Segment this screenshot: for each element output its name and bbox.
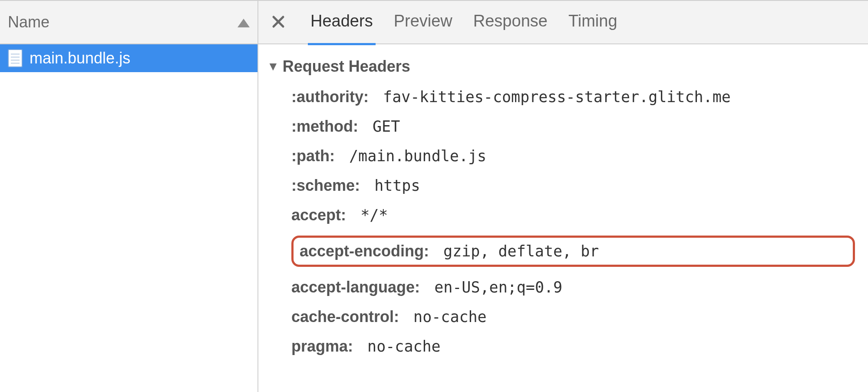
header-key: accept: — [291, 206, 346, 224]
header-value: no-cache — [404, 308, 487, 326]
file-icon — [8, 49, 23, 67]
header-row: :method: GET — [291, 117, 855, 136]
request-row[interactable]: main.bundle.js — [0, 44, 257, 72]
request-headers-section-toggle[interactable]: ▼ Request Headers — [267, 57, 855, 76]
header-value: en-US,en;q=0.9 — [425, 279, 562, 296]
close-icon[interactable] — [267, 13, 290, 31]
tab-timing[interactable]: Timing — [568, 12, 617, 33]
devtools-network-panel: Name main.bundle.js Headers Preview Resp… — [0, 0, 868, 392]
header-key: pragma: — [291, 337, 353, 355]
request-filename: main.bundle.js — [30, 49, 130, 67]
request-headers-list: :authority: fav-kitties-compress-starter… — [267, 88, 855, 355]
header-row: :path: /main.bundle.js — [291, 147, 855, 165]
header-key: :path: — [291, 147, 335, 165]
header-row: :scheme: https — [291, 176, 855, 195]
header-row: accept-language: en-US,en;q=0.9 — [291, 278, 855, 296]
tab-response[interactable]: Response — [473, 12, 548, 33]
header-value: fav-kitties-compress-starter.glitch.me — [374, 88, 731, 106]
header-value: no-cache — [358, 338, 441, 355]
header-value: /main.bundle.js — [340, 147, 486, 165]
header-value: https — [365, 177, 420, 194]
svg-marker-0 — [238, 19, 250, 27]
headers-content: ▼ Request Headers :authority: fav-kittie… — [258, 44, 868, 369]
highlighted-header: accept-encoding: gzip, deflate, br — [291, 236, 855, 267]
header-row: pragma: no-cache — [291, 337, 855, 355]
tab-preview[interactable]: Preview — [394, 12, 452, 33]
header-value: GET — [363, 118, 400, 135]
request-list-sidebar: Name main.bundle.js — [0, 1, 258, 392]
header-key: :scheme: — [291, 176, 360, 195]
header-row: cache-control: no-cache — [291, 308, 855, 326]
header-key: cache-control: — [291, 308, 399, 326]
header-row: accept-encoding: gzip, deflate, br — [300, 242, 599, 260]
header-key: :authority: — [291, 88, 369, 106]
header-key: :method: — [291, 117, 358, 136]
header-value: */* — [351, 206, 388, 224]
header-row: accept: */* — [291, 206, 855, 224]
header-value: gzip, deflate, br — [434, 243, 599, 260]
column-header-row[interactable]: Name — [0, 1, 257, 44]
details-panel: Headers Preview Response Timing ▼ Reques… — [258, 1, 868, 392]
header-row: :authority: fav-kitties-compress-starter… — [291, 88, 855, 106]
details-tabbar: Headers Preview Response Timing — [258, 1, 868, 44]
chevron-down-icon: ▼ — [267, 60, 279, 73]
header-key: accept-encoding: — [300, 242, 429, 260]
tab-headers[interactable]: Headers — [310, 12, 373, 33]
column-header-name: Name — [8, 13, 50, 31]
sort-ascending-icon[interactable] — [238, 13, 250, 31]
header-key: accept-language: — [291, 278, 420, 296]
section-title: Request Headers — [283, 57, 410, 76]
